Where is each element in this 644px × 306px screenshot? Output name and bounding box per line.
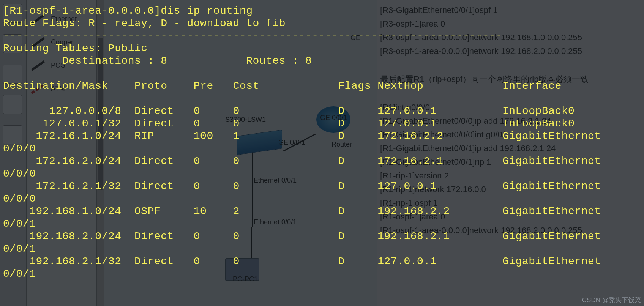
cli-terminal-output: [R1-ospf-1-area-0.0.0.0]dis ip routing R… (0, 0, 644, 306)
watermark: CSDN @秃头下饭菜 (582, 296, 641, 304)
